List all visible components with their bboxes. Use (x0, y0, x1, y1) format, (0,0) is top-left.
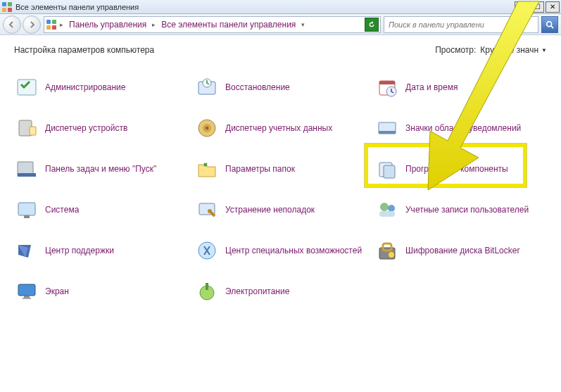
item-label: Диспетчер устройств (45, 123, 127, 133)
control-panel-item-recovery[interactable]: Восстановление (194, 72, 370, 103)
folder-icon (196, 158, 218, 180)
control-panel-item-folder-options[interactable]: Параметры папок (194, 153, 370, 184)
system-icon (15, 198, 38, 221)
item-label: Центр специальных возможностей (225, 246, 362, 255)
control-panel-item-power[interactable]: Электропитание (194, 276, 370, 307)
datetime-icon (376, 76, 398, 99)
item-label: Система (45, 205, 79, 215)
chevron-right-icon: ▸ (152, 21, 156, 28)
chevron-down-icon: ▼ (541, 47, 547, 53)
item-label: Шифрование диска BitLocker (405, 246, 519, 255)
display-icon (15, 280, 38, 303)
chevron-down-icon[interactable]: ▾ (301, 21, 305, 28)
credmgr-icon (196, 117, 218, 139)
svg-line-9 (551, 25, 553, 27)
search-box[interactable] (384, 16, 538, 33)
action-icon (15, 239, 38, 262)
item-label: Устранение неполадок (225, 205, 315, 215)
breadcrumb[interactable]: ▸ Панель управления ▸ Все элементы панел… (44, 16, 381, 33)
control-panel-item-ease-of-access[interactable]: Центр специальных возможностей (194, 235, 370, 266)
titlebar: Все элементы панели управления ─ ☐ ✕ (0, 0, 561, 14)
item-label: Электропитание (225, 286, 289, 296)
control-panel-item-bitlocker[interactable]: Шифрование диска BitLocker (374, 235, 550, 266)
refresh-button[interactable] (365, 18, 379, 32)
content-area: Настройка параметров компьютера Просмотр… (0, 35, 561, 317)
control-panel-item-display[interactable]: Экран (14, 276, 190, 307)
item-label: Диспетчер учетных данных (225, 123, 332, 133)
minimize-button[interactable]: ─ (515, 1, 529, 13)
svg-rect-6 (46, 25, 51, 30)
item-label: Учетные записи пользователей (405, 205, 529, 215)
admin-icon (15, 76, 38, 99)
window-buttons: ─ ☐ ✕ (515, 1, 560, 13)
svg-rect-2 (2, 8, 6, 12)
control-panel-item-device-manager[interactable]: Диспетчер устройств (14, 113, 190, 144)
troubleshoot-icon (196, 198, 218, 221)
programs-icon (376, 158, 398, 180)
view-value-dropdown[interactable]: Крупные значн ▼ (480, 45, 547, 55)
content-header: Настройка параметров компьютера Просмотр… (14, 45, 547, 55)
item-label: Восстановление (225, 82, 290, 92)
svg-rect-7 (52, 25, 56, 30)
control-panel-item-credential-manager[interactable]: Диспетчер учетных данных (194, 113, 370, 144)
bitlocker-icon (376, 239, 398, 262)
control-panel-icon (1, 1, 13, 13)
svg-rect-3 (8, 8, 12, 12)
control-panel-item-date-time[interactable]: Дата и время (374, 72, 550, 103)
item-label: Экран (45, 286, 69, 296)
item-label: Программы и компоненты (405, 164, 508, 174)
notify-icon (376, 117, 398, 139)
svg-rect-5 (52, 20, 56, 24)
item-label: Администрирование (45, 82, 125, 92)
search-input[interactable] (387, 20, 535, 30)
item-label: Параметры папок (225, 164, 295, 174)
toolbar: ▸ Панель управления ▸ Все элементы панел… (0, 14, 561, 35)
view-value-text: Крупные значн (480, 45, 538, 55)
nav-buttons (3, 15, 41, 34)
control-panel-item-users[interactable]: Учетные записи пользователей (374, 194, 550, 225)
item-label: Дата и время (405, 82, 458, 92)
users-icon (376, 198, 398, 221)
devmgr-icon (15, 117, 38, 139)
control-panel-item-notification-icons[interactable]: Значки области уведомлений (374, 113, 550, 144)
item-label: Центр поддержки (45, 246, 114, 255)
power-icon (196, 280, 218, 303)
control-panel-item-action-center[interactable]: Центр поддержки (14, 235, 190, 266)
page-heading: Настройка параметров компьютера (14, 45, 435, 55)
chevron-right-icon: ▸ (60, 21, 63, 28)
svg-rect-0 (2, 2, 6, 6)
control-panel-icon (46, 19, 57, 30)
control-panel-item-system[interactable]: Система (14, 194, 190, 225)
back-button[interactable] (3, 15, 21, 34)
item-label: Панель задач и меню "Пуск" (45, 164, 156, 174)
svg-point-8 (547, 21, 552, 26)
control-panel-item-taskbar[interactable]: Панель задач и меню "Пуск" (14, 153, 190, 184)
control-panel-item-troubleshoot[interactable]: Устранение неполадок (194, 194, 370, 225)
items-grid: АдминистрированиеВосстановлениеДата и вр… (14, 72, 547, 307)
taskbar-icon (15, 158, 38, 180)
control-panel-item-administration[interactable]: Администрирование (14, 72, 190, 103)
svg-rect-1 (8, 2, 12, 6)
search-button[interactable] (541, 16, 558, 33)
control-panel-item-programs[interactable]: Программы и компоненты (374, 153, 550, 184)
view-label: Просмотр: (435, 45, 476, 55)
ease-icon (196, 239, 218, 262)
forward-button[interactable] (23, 15, 41, 34)
breadcrumb-item[interactable]: Все элементы панели управления (158, 17, 298, 32)
item-label: Значки области уведомлений (405, 123, 521, 133)
window-title: Все элементы панели управления (15, 3, 515, 11)
view-selector[interactable]: Просмотр: Крупные значн ▼ (435, 45, 547, 55)
recovery-icon (196, 76, 218, 99)
maximize-button[interactable]: ☐ (530, 1, 544, 13)
breadcrumb-item[interactable]: Панель управления (66, 17, 149, 32)
svg-rect-4 (46, 20, 51, 24)
close-button[interactable]: ✕ (546, 1, 560, 13)
